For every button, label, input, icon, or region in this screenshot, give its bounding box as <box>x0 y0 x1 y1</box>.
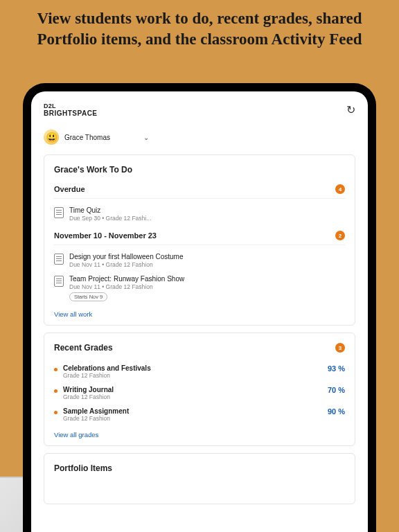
tablet-frame: D2L BRIGHTSPACE ↻ 😃 Grace Thomas ⌄ Grace… <box>23 83 376 532</box>
assignment-item[interactable]: Team Project: Runway Fashion Show Due No… <box>54 272 345 305</box>
screen: D2L BRIGHTSPACE ↻ 😃 Grace Thomas ⌄ Grace… <box>31 91 368 532</box>
document-icon <box>54 276 64 287</box>
view-all-work-link[interactable]: View all work <box>54 310 345 318</box>
upcoming-section[interactable]: November 10 - November 23 2 <box>54 231 345 245</box>
brand-logo: D2L BRIGHTSPACE <box>44 103 98 117</box>
avatar: 😃 <box>44 130 59 145</box>
bullet-icon <box>54 411 57 414</box>
document-icon <box>54 254 64 265</box>
view-all-grades-link[interactable]: View all grades <box>54 431 345 438</box>
assignment-item[interactable]: Design your first Halloween Costume Due … <box>54 249 345 272</box>
grade-row[interactable]: Sample Assignment Grade 12 Fashion 90 % <box>54 404 345 425</box>
refresh-icon[interactable]: ↻ <box>346 103 355 116</box>
grades-card: Recent Grades 3 Celebrations and Festiva… <box>44 332 355 446</box>
assignment-meta: Due Nov 11 • Grade 12 Fashion <box>69 261 184 268</box>
brand-top: D2L <box>44 103 98 109</box>
overdue-label: Overdue <box>54 185 85 193</box>
assignment-title: Time Quiz <box>69 206 151 214</box>
upcoming-badge: 2 <box>335 231 345 240</box>
work-card: Grace's Work To Do Overdue 4 Time Quiz D… <box>44 154 355 326</box>
grade-percent: 70 % <box>328 386 345 394</box>
portfolio-title: Portfolio Items <box>54 463 345 473</box>
promo-title: View students work to do, recent grades,… <box>0 0 399 55</box>
assignment-meta: Due Nov 11 • Grade 12 Fashion <box>69 283 184 290</box>
bullet-icon <box>54 368 57 371</box>
portfolio-card: Portfolio Items <box>44 453 355 504</box>
grade-title: Celebrations and Festivals <box>63 364 151 372</box>
overdue-section[interactable]: Overdue 4 <box>54 184 345 199</box>
grade-sub: Grade 12 Fashion <box>63 393 114 400</box>
brand-name: BRIGHTSPACE <box>44 109 98 117</box>
topbar: D2L BRIGHTSPACE ↻ <box>44 103 355 117</box>
grade-sub: Grade 12 Fashion <box>63 372 151 379</box>
overdue-badge: 4 <box>335 184 345 194</box>
grade-row[interactable]: Celebrations and Festivals Grade 12 Fash… <box>54 361 345 382</box>
grades-badge: 3 <box>335 343 345 353</box>
work-title: Grace's Work To Do <box>54 165 345 175</box>
document-icon <box>54 207 64 218</box>
assignment-item[interactable]: Time Quiz Due Sep 30 • Grade 12 Fashi... <box>54 203 345 225</box>
chevron-down-icon: ⌄ <box>143 134 149 141</box>
bullet-icon <box>54 389 57 393</box>
assignment-meta: Due Sep 30 • Grade 12 Fashi... <box>69 215 151 222</box>
grade-title: Sample Assignment <box>63 407 129 415</box>
grade-row[interactable]: Writing Journal Grade 12 Fashion 70 % <box>54 382 345 404</box>
grade-sub: Grade 12 Fashion <box>63 415 129 422</box>
start-chip: Starts Nov 9 <box>69 292 107 301</box>
student-selector[interactable]: 😃 Grace Thomas ⌄ <box>44 124 355 154</box>
grade-percent: 93 % <box>328 364 345 373</box>
assignment-title: Design your first Halloween Costume <box>69 253 184 260</box>
grades-header: Recent Grades 3 <box>54 343 345 353</box>
student-name: Grace Thomas <box>64 134 110 141</box>
grade-title: Writing Journal <box>63 386 114 393</box>
assignment-title: Team Project: Runway Fashion Show <box>69 275 184 283</box>
grades-title: Recent Grades <box>54 343 113 353</box>
upcoming-label: November 10 - November 23 <box>54 231 157 240</box>
grade-percent: 90 % <box>328 407 345 416</box>
